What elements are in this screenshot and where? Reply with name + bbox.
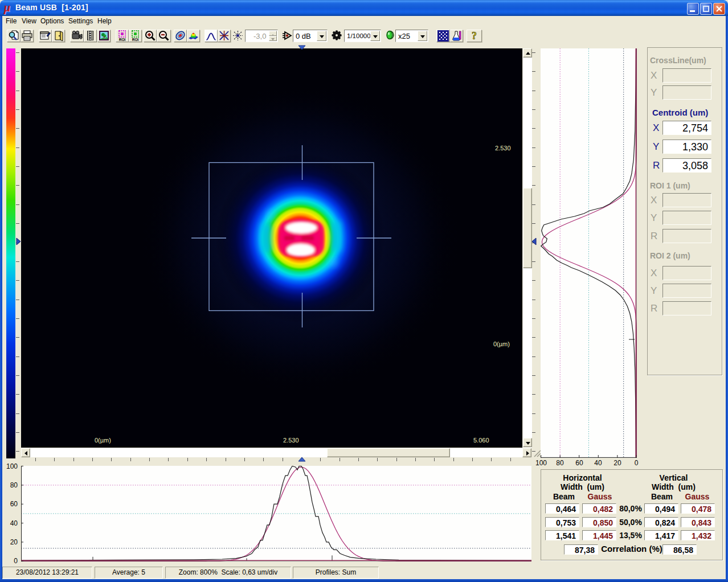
svg-text:2.530: 2.530 (283, 437, 299, 444)
svg-text:ROI: ROI (132, 38, 139, 42)
svg-text:0(µm): 0(µm) (493, 341, 510, 347)
svg-text:ROI: ROI (119, 38, 126, 42)
svg-text:?: ? (472, 30, 477, 41)
svg-text:0(µm): 0(µm) (95, 437, 111, 444)
svg-text:2.530: 2.530 (495, 145, 511, 151)
svg-text:5.060: 5.060 (473, 437, 489, 444)
